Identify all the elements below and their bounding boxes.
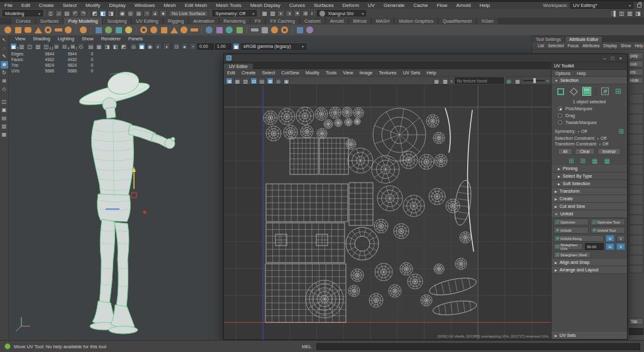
shelf-icon-square[interactable] [215, 26, 223, 34]
checker-icon[interactable]: ▩ [442, 77, 449, 84]
shelf-icon-circle[interactable] [205, 26, 213, 34]
object-mode-icon[interactable] [582, 87, 591, 96]
file-op-icon[interactable]: ▤ [64, 10, 70, 17]
toolkit-menu-help[interactable]: Help [577, 71, 586, 76]
snap-icon[interactable]: ◍ [135, 10, 142, 17]
render-icon[interactable]: ✦ [294, 10, 301, 17]
section-select-by-type[interactable]: ▶Select By Type [552, 173, 627, 180]
viewport-menu-panels[interactable]: Panels [125, 36, 147, 42]
menu-edit-mesh[interactable]: Edit Mesh [180, 3, 212, 8]
close-button[interactable]: × [619, 55, 622, 61]
uv-menu-edit[interactable]: Edit [224, 70, 238, 76]
viewport-menu-show[interactable]: Show [78, 36, 97, 42]
shelf-tab-fx[interactable]: FX [250, 18, 266, 25]
grid-toggle-icon[interactable]: ▦ [514, 77, 521, 84]
viewport-icon[interactable]: ⊟ [61, 43, 68, 50]
convert-selection-icon[interactable]: ▦ [604, 157, 609, 164]
panel-toggle-icon[interactable]: ◨ [635, 10, 641, 17]
render-icon[interactable]: ◐ [277, 10, 284, 17]
layout-button[interactable]: ▤ [1, 115, 8, 122]
uv-toolbar-icon[interactable]: ⊞ [226, 77, 233, 84]
menu-create[interactable]: Create [35, 3, 58, 8]
shelf-icon-square[interactable] [160, 26, 168, 34]
menu-modify[interactable]: Modify [81, 3, 105, 8]
viewport-icon[interactable]: ◔ [189, 43, 196, 50]
ae-menu-help[interactable]: Help [633, 43, 644, 48]
shelf-icon-circle[interactable] [150, 26, 158, 34]
shelf-icon-square[interactable] [296, 26, 304, 34]
chevron-down-icon[interactable]: ▾ [577, 130, 579, 133]
uv-grid-icon[interactable]: ⊞ [614, 87, 623, 96]
shelf-icon-square[interactable] [14, 26, 22, 34]
uv-menu-textures[interactable]: Textures [375, 70, 399, 76]
uv-editor-tab[interactable]: UV Editor [224, 64, 253, 69]
viewport-icon[interactable]: ⊞ [53, 43, 60, 50]
uv-toolbar-icon[interactable]: ▣ [283, 77, 290, 84]
menu-mesh-tools[interactable]: Mesh Tools [211, 3, 245, 8]
snap-icon[interactable]: ● [160, 10, 167, 17]
texture-field[interactable]: No texture found [455, 77, 504, 84]
straighten-shell-button[interactable]: ⊞Straighten Shell [553, 251, 591, 258]
menu-flow[interactable]: Flow [432, 3, 452, 8]
viewport-menu-view[interactable]: View [11, 36, 29, 42]
ae-menu-selected[interactable]: Selected [546, 43, 565, 48]
shelf-tab-xgen[interactable]: XGen [477, 18, 498, 25]
uv-menu-help[interactable]: Help [423, 70, 439, 76]
unfold-along-v-button[interactable]: V [616, 235, 625, 242]
snap-icon[interactable]: ◕ [152, 10, 158, 17]
menuset-select[interactable]: Modeling ▾ [3, 10, 43, 16]
section-arrange-and-layout[interactable]: ▶Arrange and Layout [552, 266, 627, 274]
shelf-icon-tri[interactable] [34, 26, 42, 34]
lasso-tool[interactable]: ◌ [1, 45, 8, 52]
file-op-icon[interactable]: ↷ [80, 10, 87, 17]
lock-workspace-icon[interactable] [637, 4, 641, 8]
menu-edit[interactable]: Edit [17, 3, 35, 8]
uv-menu-modify[interactable]: Modify [303, 70, 323, 76]
menu-file[interactable]: File [0, 3, 17, 8]
shelf-icon-square[interactable] [114, 26, 123, 34]
render-icon[interactable]: ▦ [261, 10, 268, 17]
straighten-angle-field[interactable]: 30.00 [585, 243, 604, 250]
viewport-icon[interactable]: ▢ [26, 43, 33, 50]
layout-button[interactable]: ◫ [1, 98, 8, 106]
uv-toolbar-icon[interactable]: ⊡ [250, 77, 257, 84]
menu-display[interactable]: Display [105, 3, 130, 8]
shelf-icon-bar[interactable] [250, 26, 258, 34]
viewport-menu-shading[interactable]: Shading [29, 36, 54, 42]
menu-mesh[interactable]: Mesh [159, 3, 180, 8]
gamma-field[interactable]: 1.00 [215, 43, 231, 50]
shelf-icon-square[interactable] [260, 26, 269, 34]
viewport-icon[interactable]: ▣ [138, 43, 145, 50]
colorspace-icon[interactable]: ▣ [233, 43, 240, 50]
edge-mode-icon[interactable] [569, 87, 578, 96]
ae-menu-list[interactable]: List [536, 43, 546, 48]
mel-label[interactable]: MEL [302, 344, 311, 349]
uv-menu-image[interactable]: Image [356, 70, 375, 76]
uv-menu-uv-sets[interactable]: UV Sets [400, 70, 424, 76]
minimize-button[interactable]: – [603, 55, 606, 61]
viewport-icon[interactable]: ◇ [77, 43, 84, 50]
panel-toggle-icon[interactable]: ▥ [626, 10, 633, 17]
selection-mask-icon[interactable]: ◩ [91, 10, 98, 17]
render-icon[interactable]: ▧ [269, 10, 276, 17]
uv-toolbar-icon[interactable]: ▦ [234, 77, 241, 84]
viewport-menu-renderer[interactable]: Renderer [97, 36, 125, 42]
shelf-tab-bifrost[interactable]: Bifrost [349, 18, 372, 25]
optimize-button[interactable]: ⊡Optimize [553, 219, 589, 225]
menu-cache[interactable]: Cache [409, 3, 432, 8]
shelf-icon-donut[interactable] [140, 26, 148, 34]
shelf-icon-tri[interactable] [170, 26, 178, 34]
ae-notes-field[interactable] [629, 328, 643, 335]
menu-arnold[interactable]: Arnold [452, 3, 475, 8]
rotate-tool[interactable]: ↻ [1, 69, 8, 77]
file-op-icon[interactable]: ▯ [47, 10, 54, 17]
section-soft-selection[interactable]: ▶Soft Selection [552, 180, 627, 188]
shelf-tab-arnold[interactable]: Arnold [326, 18, 349, 25]
ae-menu-show[interactable]: Show [619, 43, 633, 48]
chevron-down-icon[interactable]: ▾ [599, 142, 601, 146]
render-icon[interactable]: ◑ [286, 10, 292, 17]
dim-image-slider[interactable] [523, 80, 545, 81]
uv-mode-icon[interactable] [556, 87, 565, 96]
shelf-tab-uv-editing[interactable]: UV Editing [131, 18, 163, 25]
shelf-tab-mash[interactable]: MASH [372, 18, 395, 25]
